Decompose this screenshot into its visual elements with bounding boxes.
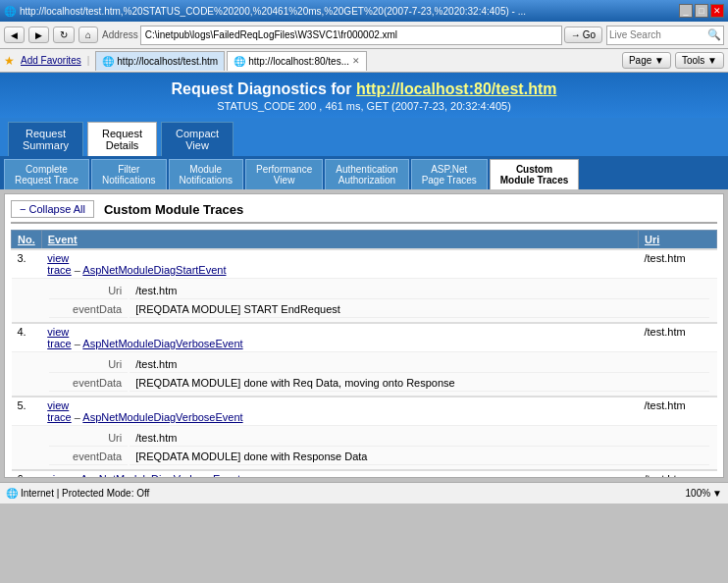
title-bar-controls[interactable]: _ □ ✕ [679, 4, 724, 18]
row-6-view-link[interactable]: view [47, 473, 69, 478]
subtab-auth-label: AuthenticationAuthorization [336, 164, 397, 186]
subtab-filter-notifications[interactable]: FilterNotifications [91, 159, 166, 189]
row-3-event-cell: viewtrace – AspNetModuleDiagStartEvent [41, 249, 638, 279]
fav-bar: ★ Add Favorites | 🌐 http://localhost/tes… [0, 49, 728, 73]
subtab-module-notifications[interactable]: ModuleNotifications [169, 159, 243, 189]
tab-request-details-label: RequestDetails [102, 128, 142, 151]
section-title: Custom Module Traces [104, 202, 243, 217]
globe-icon-tab2: 🌐 [234, 56, 245, 67]
minimize-button[interactable]: _ [679, 4, 693, 18]
subtab-performance-view[interactable]: PerformanceView [245, 159, 323, 189]
page-header: Request Diagnostics for http://localhost… [0, 73, 728, 118]
forward-icon [35, 29, 42, 40]
back-button[interactable] [4, 26, 25, 43]
eventdata-label-4: eventData [49, 375, 128, 392]
table-row: 5. viewtrace – AspNetModuleDiagVerboseEv… [12, 397, 717, 426]
search-icon[interactable]: 🔍 [707, 28, 721, 41]
detail-row: Uri /test.htm [49, 356, 708, 373]
refresh-button[interactable] [53, 26, 75, 43]
table-header-row: No. Event Uri [12, 231, 717, 250]
page-url-link[interactable]: http://localhost:80/test.htm [356, 80, 556, 97]
search-input[interactable] [609, 29, 707, 40]
col-no[interactable]: No. [12, 231, 42, 250]
tab-request-summary[interactable]: RequestSummary [8, 122, 83, 156]
subtab-complete-label: CompleteRequest Trace [15, 164, 78, 186]
row-5-event-link[interactable]: AspNetModuleDiagVerboseEvent [82, 411, 242, 423]
go-icon [571, 29, 581, 40]
subtab-performance-label: PerformanceView [256, 164, 312, 186]
tab-1[interactable]: 🌐 http://localhost/test.htm [95, 51, 225, 71]
address-bar: Address Go [102, 26, 602, 45]
tab-request-summary-label: RequestSummary [23, 128, 69, 151]
page-title-prefix: Request Diagnostics for [172, 80, 356, 97]
separator: | [87, 55, 90, 66]
sub-4-details: Uri /test.htm eventData [REQDATA MODULE]… [41, 352, 716, 398]
nav-tabs: RequestSummary RequestDetails CompactVie… [0, 118, 728, 156]
zoom-control[interactable]: 100% ▼ [686, 488, 722, 499]
row-4-event-cell: viewtrace – AspNetModuleDiagVerboseEvent [41, 323, 638, 352]
add-fav-label: Add Favorites [21, 55, 81, 66]
detail-row: eventData [REQDATA MODULE] done with Req… [49, 375, 708, 392]
tools-dropdown[interactable]: Tools ▼ [675, 52, 724, 69]
table-row: 4. viewtrace – AspNetModuleDiagVerboseEv… [12, 323, 717, 352]
col-uri[interactable]: Uri [639, 231, 717, 250]
col-event[interactable]: Event [41, 231, 638, 250]
page-dropdown[interactable]: Page ▼ [622, 52, 671, 69]
tab-close-button[interactable]: ✕ [352, 56, 360, 66]
home-button[interactable] [78, 26, 98, 43]
go-label: Go [583, 29, 596, 40]
uri-label-5: Uri [49, 430, 128, 447]
row-5-view-link[interactable]: viewtrace [47, 399, 71, 423]
collapse-all-button[interactable]: − Collapse All [11, 200, 94, 218]
go-button[interactable]: Go [564, 26, 602, 43]
subtab-aspnet-traces[interactable]: ASP.NetPage Traces [411, 159, 488, 189]
uri-label-4: Uri [49, 356, 128, 373]
tab-bar: 🌐 http://localhost/test.htm 🌐 http://loc… [95, 51, 616, 71]
subtab-complete-request-trace[interactable]: CompleteRequest Trace [4, 159, 89, 189]
subtab-aspnet-label: ASP.NetPage Traces [422, 164, 477, 186]
row-4-no: 4. [12, 323, 42, 352]
eventdata-value-3: [REQDATA MODULE] START EndRequest [130, 301, 708, 318]
add-favorites-button[interactable]: Add Favorites [21, 55, 81, 66]
row-3-uri: /test.htm [639, 249, 717, 279]
zoom-dropdown-icon: ▼ [712, 488, 722, 499]
tab-2[interactable]: 🌐 http://localhost:80/tes... ✕ [227, 51, 367, 71]
tools-right: Page ▼ Tools ▼ [622, 52, 724, 69]
uri-value-5: /test.htm [130, 430, 708, 447]
row-3-no: 3. [12, 249, 42, 279]
close-button[interactable]: ✕ [710, 4, 724, 18]
title-bar-left: 🌐 http://localhost/test.htm,%20STATUS_CO… [4, 6, 526, 17]
tab-2-label: http://localhost:80/tes... [248, 56, 349, 67]
address-label: Address [102, 29, 138, 40]
row-6-no: 6. [12, 470, 42, 478]
sub-tabs: CompleteRequest Trace FilterNotification… [0, 156, 728, 189]
table-row: 6. view – AspNetModuleDiagVerboseEvent /… [12, 470, 717, 478]
uri-value-3: /test.htm [130, 283, 708, 299]
table-sub-row: Uri /test.htm eventData [REQDATA MODULE]… [12, 279, 717, 324]
row-4-event-link[interactable]: AspNetModuleDiagVerboseEvent [82, 338, 242, 349]
globe-icon-tab1: 🌐 [102, 56, 114, 67]
back-icon [11, 29, 18, 40]
tab-request-details[interactable]: RequestDetails [87, 122, 157, 156]
forward-button[interactable] [28, 26, 49, 43]
row-4-view-link[interactable]: viewtrace [47, 326, 71, 349]
home-icon [85, 29, 91, 40]
eventdata-label-5: eventData [49, 449, 128, 465]
row-6-event-link[interactable]: AspNetModuleDiagVerboseEvent [80, 473, 240, 478]
row-3-event-link[interactable]: AspNetModuleDiagStartEvent [82, 264, 226, 276]
sub-5-empty [12, 426, 42, 471]
address-input[interactable] [140, 26, 562, 45]
uri-value-4: /test.htm [130, 356, 708, 373]
sub-5-details: Uri /test.htm eventData [REQDATA MODULE]… [41, 426, 716, 471]
globe-icon-status: 🌐 [6, 488, 18, 499]
tab-compact-view[interactable]: CompactView [161, 122, 234, 156]
row-6-uri: /test.htm [639, 470, 717, 478]
star-icon: ★ [4, 54, 15, 68]
eventdata-value-4: [REQDATA MODULE] done with Req Data, mov… [130, 375, 708, 392]
search-box: 🔍 [606, 26, 724, 45]
subtab-authentication[interactable]: AuthenticationAuthorization [325, 159, 408, 189]
trace-table: No. Event Uri 3. viewtrace – AspNetModul… [11, 230, 717, 478]
restore-button[interactable]: □ [695, 4, 708, 18]
subtab-custom-module-traces[interactable]: CustomModule Traces [490, 159, 579, 189]
row-3-view-link[interactable]: viewtrace [47, 252, 71, 276]
